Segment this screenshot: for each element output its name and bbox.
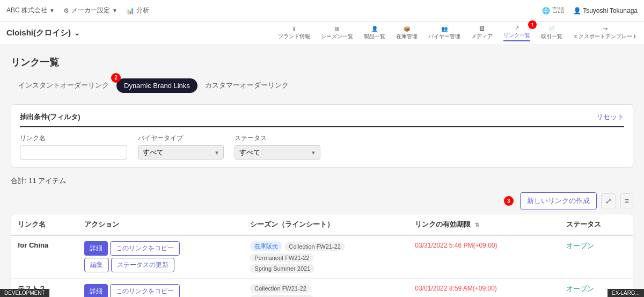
tab-instant[interactable]: インスタントオーダーリンク [11, 77, 116, 93]
nav-icons: ℹ ブランド情報 ⊞ シーズン一覧 👤 製品一覧 📦 在庫管理 👥 バイヤー管理… [278, 25, 638, 41]
buyer-type-select[interactable]: すべて [138, 145, 224, 160]
brand-selector-secondary[interactable]: Cloishi(クロイシ) ⌄ [6, 28, 80, 38]
media-icon: 🖼 [479, 26, 485, 32]
cell-action: 詳細このリンクをコピー編集ステータスの更新 [78, 235, 244, 279]
nav-buyer-mgmt[interactable]: 👥 バイヤー管理 [428, 26, 460, 40]
settings-chevron-icon: ▼ [112, 8, 118, 13]
col-status: ステータス [560, 214, 633, 235]
top-bar-right: 🌐 言語 👤 Tsuyoshi Tokunaga [542, 6, 638, 15]
status-select-wrap: すべて ▼ [235, 145, 320, 160]
top-bar-left: ABC 株式会社 ▼ ⚙ メーカー設定 ▼ 📊 分析 [6, 6, 149, 15]
analysis-menu[interactable]: 📊 分析 [126, 6, 149, 15]
table-scroll-area[interactable]: リンク名 アクション シーズン（ラインシート） リンクの有効期限 ⇅ ステータス… [11, 214, 633, 297]
share-icon: ↗ [515, 25, 519, 31]
nav-season-list[interactable]: ⊞ シーズン一覧 [321, 26, 353, 40]
update-status-button[interactable]: ステータスの更新 [111, 258, 174, 272]
user-menu[interactable]: 👤 Tsuyoshi Tokunaga [573, 7, 638, 15]
language-selector[interactable]: 🌐 言語 [542, 6, 565, 15]
settings-menu[interactable]: ⚙ メーカー設定 ▼ [63, 6, 118, 15]
filter-header: 抽出条件(フィルタ) リセット [20, 112, 624, 127]
info-icon: ℹ [293, 26, 295, 32]
nav-transaction[interactable]: 📄 取引一覧 [541, 26, 562, 40]
analysis-label: 分析 [136, 6, 149, 15]
expand-view-button[interactable]: ⤢ [601, 193, 616, 208]
nav-label: リンク一覧 [503, 32, 530, 39]
export-icon: ↪ [603, 26, 608, 32]
brand-chevron-icon: ▼ [49, 8, 55, 13]
link-name-input[interactable] [20, 145, 127, 160]
sort-icon[interactable]: ⇅ [475, 222, 479, 228]
status-select[interactable]: すべて [235, 145, 320, 160]
secondary-nav: Cloishi(クロイシ) ⌄ ℹ ブランド情報 ⊞ シーズン一覧 👤 製品一覧… [0, 21, 644, 45]
copy-link-button[interactable]: このリンクをコピー [110, 284, 180, 297]
valid-date-text: 03/31/2022 5:46 PM(+09:00) [415, 242, 497, 249]
copy-link-button[interactable]: このリンクをコピー [110, 241, 180, 256]
status-badge: オープン [566, 285, 594, 293]
document-icon: 📄 [548, 26, 555, 32]
nav-inventory[interactable]: 📦 在庫管理 [396, 26, 418, 40]
col-action: アクション [78, 214, 244, 235]
list-view-button[interactable]: ≡ [620, 193, 633, 208]
detail-button[interactable]: 詳細 [84, 241, 108, 256]
nav-link-list[interactable]: 1 ↗ リンク一覧 [503, 25, 530, 41]
cell-valid-date: 03/01/2022 8:59 AM(+09:00) [408, 279, 559, 298]
filter-title: 抽出条件(フィルタ) [20, 112, 80, 122]
brand-selector[interactable]: ABC 株式会社 ▼ [6, 6, 55, 15]
nav-label: 取引一覧 [541, 33, 562, 40]
season-tag-gray: Permanent FW21-22 [250, 253, 313, 262]
nav-media[interactable]: 🖼 メディア [471, 26, 493, 40]
detail-button[interactable]: 詳細 [84, 284, 108, 297]
nav-brand-info[interactable]: ℹ ブランド情報 [278, 26, 310, 40]
filter-buyer-type: バイヤータイプ すべて ▼ [138, 134, 224, 160]
callout-2: 2 [111, 73, 121, 83]
brand-name: ABC 株式会社 [6, 6, 47, 15]
nav-export-template[interactable]: ↪ エクスポートテンプレート [573, 26, 638, 40]
col-link-name: リンク名 [11, 214, 78, 235]
col-valid-period: リンクの有効期限 ⇅ [408, 214, 559, 235]
cell-valid-date: 03/31/2022 5:46 PM(+09:00) [408, 235, 559, 279]
table-row: テスト２詳細このリンクをコピー編集ステータスの更新Collection FW21… [11, 279, 633, 298]
status-badge: オープン [566, 242, 594, 250]
brand-title-text: Cloishi(クロイシ) [6, 28, 71, 38]
settings-label: メーカー設定 [71, 6, 110, 15]
nav-label: メディア [471, 33, 493, 40]
buyer-type-select-wrap: すべて ▼ [138, 145, 224, 160]
inventory-icon: 📦 [404, 26, 410, 32]
season-tag-gray: Spring Summer 2021 [250, 264, 314, 273]
nav-label: シーズン一覧 [321, 33, 353, 40]
product-icon: 👤 [371, 26, 378, 32]
link-name-label: リンク名 [20, 134, 127, 143]
user-name: Tsuyoshi Tokunaga [583, 7, 638, 15]
summary-text: 合計: 11 アイテム [11, 176, 633, 186]
dev-badge: DEVELOPMENT [0, 289, 49, 297]
link-name-text: for China [18, 241, 48, 249]
ex-badge: EX-LARG... [608, 289, 644, 297]
people-icon: 👥 [441, 26, 448, 32]
filter-status: ステータス すべて ▼ [235, 134, 320, 160]
globe-icon: 🌐 [542, 7, 550, 15]
table-row: for China詳細このリンクをコピー編集ステータスの更新在庫販売Collec… [11, 235, 633, 279]
filter-reset-button[interactable]: リセット [596, 112, 624, 122]
cell-season: 在庫販売Collection FW21-22Permanent FW21-22S… [244, 235, 408, 279]
season-tag-gray: Collection FW21-22 [284, 242, 345, 251]
nav-label: ブランド情報 [278, 33, 310, 40]
table-header: リンク名 アクション シーズン（ラインシート） リンクの有効期限 ⇅ ステータス [11, 214, 633, 235]
cell-status: オープン [560, 235, 633, 279]
tab-customer[interactable]: カスタマーオーダーリンク [197, 77, 296, 93]
cell-season: Collection FW21-22Permanent FW21-22Sprin… [244, 279, 408, 298]
nav-label: バイヤー管理 [428, 33, 460, 40]
cell-link-name: for China [11, 235, 78, 279]
nav-label: 在庫管理 [396, 33, 418, 40]
tab-dynamic[interactable]: 2 Dynamic Brand Links [116, 78, 197, 93]
valid-date-text: 03/01/2022 8:59 AM(+09:00) [415, 285, 496, 292]
top-bar: ABC 株式会社 ▼ ⚙ メーカー設定 ▼ 📊 分析 🌐 言語 👤 Tsuyos… [0, 0, 644, 21]
edit-button[interactable]: 編集 [84, 258, 109, 272]
nav-label: エクスポートテンプレート [573, 33, 638, 40]
page-title: リンク一覧 [11, 56, 633, 69]
page-content: リンク一覧 インスタントオーダーリンク 2 Dynamic Brand Link… [0, 45, 644, 297]
chart-icon: 📊 [126, 7, 134, 15]
data-table: リンク名 アクション シーズン（ラインシート） リンクの有効期限 ⇅ ステータス… [11, 214, 633, 297]
nav-product-list[interactable]: 👤 製品一覧 [364, 26, 385, 40]
table-toolbar: 3 新しいリンクの作成 ⤢ ≡ [11, 192, 633, 209]
create-link-button[interactable]: 新しいリンクの作成 [520, 192, 597, 209]
